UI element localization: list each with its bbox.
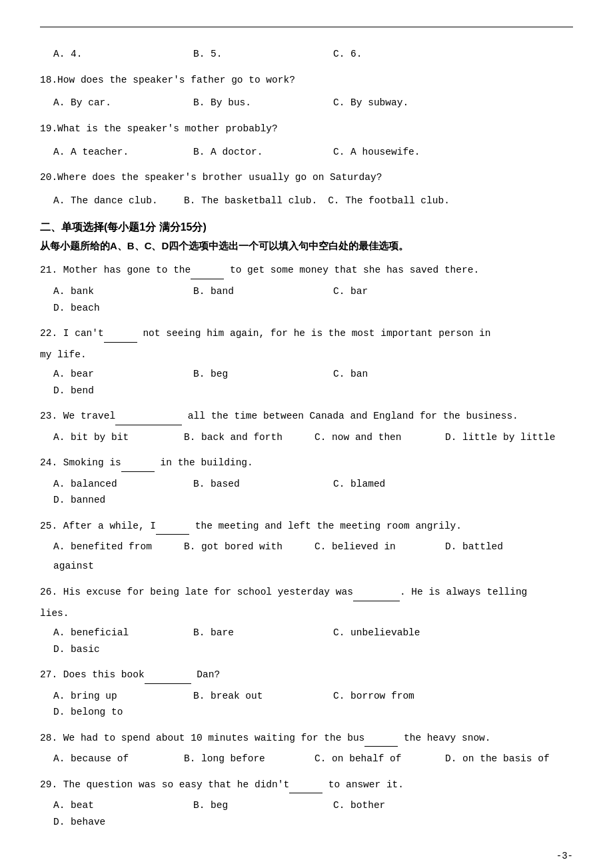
q26-blank xyxy=(353,591,400,601)
q22-option-b: B. beg xyxy=(193,366,313,383)
q17-option-b: B. 5. xyxy=(193,46,313,63)
q26-option-d: D. basic xyxy=(53,641,173,658)
q21-text: 21. Mother has gone to the to get some m… xyxy=(40,262,573,279)
q18-options: A. By car. B. By bus. C. By subway. xyxy=(40,95,573,111)
q18-text: 18.How does the speaker's father go to w… xyxy=(40,72,573,89)
q17-options: A. 4. B. 5. C. 6. xyxy=(40,46,573,63)
q22-options: A. bear B. beg C. ban D. bend xyxy=(40,366,573,399)
q29-option-b: B. beg xyxy=(193,797,313,814)
q19-options: A. A teacher. B. A doctor. C. A housewif… xyxy=(40,144,573,161)
q26-option-b: B. bare xyxy=(193,625,313,641)
q25-option-a: A. benefited from xyxy=(53,539,173,555)
q23-blank xyxy=(115,415,182,425)
q17-option-a: A. 4. xyxy=(53,46,173,63)
q25-option-d: D. battled xyxy=(445,539,565,555)
q23-options: A. bit by bit B. back and forth C. now a… xyxy=(40,429,573,446)
q20-text: 20.Where does the speaker's brother usua… xyxy=(40,169,573,186)
q24-text: 24. Smoking is in the building. xyxy=(40,455,573,471)
q19-option-c: C. A housewife. xyxy=(333,144,453,161)
q26-wrap: lies. xyxy=(40,605,573,622)
q27-option-c: C. borrow from xyxy=(333,688,453,705)
q23-option-b: B. back and forth xyxy=(184,429,304,446)
q21-option-d: D. beach xyxy=(53,300,173,317)
q27-text: 27. Does this book Dan? xyxy=(40,667,573,683)
q24-option-c: C. blamed xyxy=(333,476,453,493)
q18-option-a: A. By car. xyxy=(53,95,173,111)
q26-options: A. beneficial B. bare C. unbelievable D.… xyxy=(40,625,573,657)
q28-option-a: A. because of xyxy=(53,751,173,767)
q27-option-b: B. break out xyxy=(193,688,313,705)
q27-option-d: D. belong to xyxy=(53,704,173,721)
q28-blank xyxy=(364,737,398,747)
q22-option-c: C. ban xyxy=(333,366,453,383)
q21-options: A. bank B. band C. bar D. beach xyxy=(40,283,573,316)
q28-options: A. because of B. long before C. on behal… xyxy=(40,751,573,767)
q19-text: 19.What is the speaker's mother probably… xyxy=(40,121,573,137)
q21-option-b: B. band xyxy=(193,283,313,300)
q19-option-a: A. A teacher. xyxy=(53,144,173,161)
q27-options: A. bring up B. break out C. borrow from … xyxy=(40,688,573,721)
q18-option-c: C. By subway. xyxy=(333,95,453,111)
q22-option-a: A. bear xyxy=(53,366,173,383)
q20-option-a: A. The dance club. xyxy=(53,193,173,209)
top-divider xyxy=(40,27,573,27)
q21-option-c: C. bar xyxy=(333,283,453,300)
q23-option-a: A. bit by bit xyxy=(53,429,173,446)
q29-blank xyxy=(289,784,322,794)
q25-blank xyxy=(156,525,189,535)
q22-option-d: D. bend xyxy=(53,383,173,399)
q26-text: 26. His excuse for being late for school… xyxy=(40,584,573,601)
q25-options: A. benefited from B. got bored with C. b… xyxy=(40,539,573,555)
q24-option-d: D. banned xyxy=(53,492,173,509)
q29-option-c: C. bother xyxy=(333,797,453,814)
page-number: -3- xyxy=(40,851,573,861)
q25-option-c: C. believed in xyxy=(314,539,434,555)
q22-wrap: my life. xyxy=(40,347,573,363)
q28-option-c: C. on behalf of xyxy=(314,751,434,767)
q29-option-d: D. behave xyxy=(53,814,173,831)
q20-option-c: C. The football club. xyxy=(328,193,450,209)
q22-text: 22. I can't not seeing him again, for he… xyxy=(40,325,573,342)
q20-option-b: B. The basketball club. xyxy=(184,193,317,209)
q23-option-c: C. now and then xyxy=(314,429,434,446)
q18-option-b: B. By bus. xyxy=(193,95,313,111)
q19-option-b: B. A doctor. xyxy=(193,144,313,161)
q28-text: 28. We had to spend about 10 minutes wai… xyxy=(40,730,573,747)
q17-option-c: C. 6. xyxy=(333,46,453,63)
q28-option-b: B. long before xyxy=(184,751,304,767)
q24-options: A. balanced B. based C. blamed D. banned xyxy=(40,476,573,509)
q29-options: A. beat B. beg C. bother D. behave xyxy=(40,797,573,830)
q28-option-d: D. on the basis of xyxy=(445,751,565,767)
q29-text: 29. The question was so easy that he did… xyxy=(40,777,573,793)
q20-options: A. The dance club. B. The basketball clu… xyxy=(40,193,573,209)
q23-text: 23. We travel all the time between Canad… xyxy=(40,408,573,425)
q23-option-d: D. little by little xyxy=(445,429,565,446)
q24-option-b: B. based xyxy=(193,476,313,493)
q24-blank xyxy=(121,462,155,472)
q22-blank xyxy=(104,333,137,343)
q27-option-a: A. bring up xyxy=(53,688,173,705)
q26-option-c: C. unbelievable xyxy=(333,625,453,641)
section2-title: 二、单项选择(每小题1分 满分15分) xyxy=(40,221,573,235)
q25-option-b: B. got bored with xyxy=(184,539,304,555)
q25-wrap: against xyxy=(40,558,573,575)
q29-option-a: A. beat xyxy=(53,797,173,814)
q27-blank xyxy=(145,674,191,684)
section2-subtitle: 从每小题所给的A、B、C、D四个选项中选出一个可以填入句中空白处的最佳选项。 xyxy=(40,240,573,253)
q21-option-a: A. bank xyxy=(53,283,173,300)
q25-text: 25. After a while, I the meeting and lef… xyxy=(40,518,573,535)
q26-option-a: A. beneficial xyxy=(53,625,173,641)
q24-option-a: A. balanced xyxy=(53,476,173,493)
q21-blank xyxy=(191,269,224,279)
